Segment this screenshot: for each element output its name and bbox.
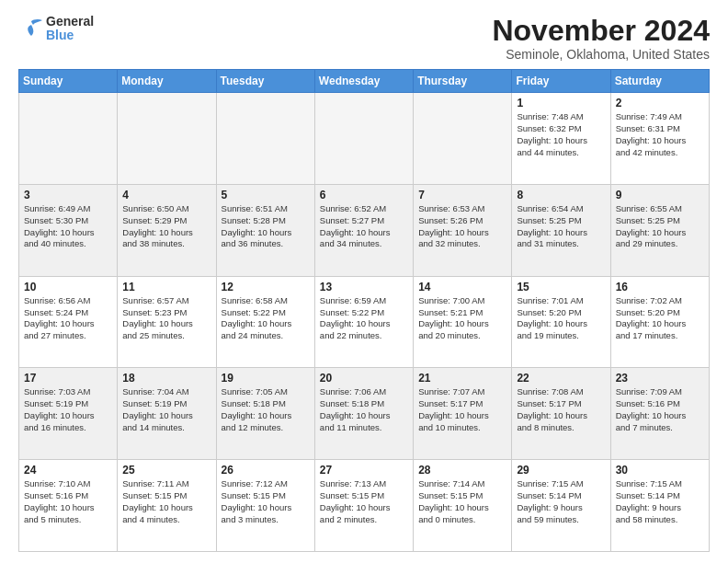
day-info: Sunrise: 7:04 AM Sunset: 5:19 PM Dayligh… [122,386,210,433]
header-friday: Friday [512,70,610,93]
day-info: Sunrise: 7:01 AM Sunset: 5:20 PM Dayligh… [517,295,605,342]
day-info: Sunrise: 7:13 AM Sunset: 5:15 PM Dayligh… [320,478,408,525]
day-number: 22 [517,372,605,385]
day-number: 15 [517,281,605,293]
day-number: 21 [418,372,506,385]
page: General Blue November 2024 Seminole, Okl… [0,0,728,563]
table-row: 10Sunrise: 6:56 AM Sunset: 5:24 PM Dayli… [19,276,118,368]
day-info: Sunrise: 7:15 AM Sunset: 5:14 PM Dayligh… [616,478,704,525]
logo-line2: Blue [46,28,74,42]
calendar-week-row: 24Sunrise: 7:10 AM Sunset: 5:16 PM Dayli… [19,460,710,552]
table-row: 3Sunrise: 6:49 AM Sunset: 5:30 PM Daylig… [19,184,118,276]
table-row: 23Sunrise: 7:09 AM Sunset: 5:16 PM Dayli… [610,368,709,460]
day-info: Sunrise: 7:08 AM Sunset: 5:17 PM Dayligh… [517,386,605,433]
table-row [19,93,118,185]
day-number: 27 [320,464,408,477]
table-row: 14Sunrise: 7:00 AM Sunset: 5:21 PM Dayli… [414,276,512,368]
table-row: 5Sunrise: 6:51 AM Sunset: 5:28 PM Daylig… [216,184,314,276]
header-tuesday: Tuesday [216,70,314,93]
day-info: Sunrise: 7:15 AM Sunset: 5:14 PM Dayligh… [517,478,605,525]
day-number: 1 [517,97,605,109]
calendar-week-row: 3Sunrise: 6:49 AM Sunset: 5:30 PM Daylig… [19,184,710,276]
day-number: 13 [320,281,408,293]
calendar-week-row: 10Sunrise: 6:56 AM Sunset: 5:24 PM Dayli… [19,276,710,368]
day-number: 3 [24,189,112,201]
day-info: Sunrise: 7:00 AM Sunset: 5:21 PM Dayligh… [418,295,506,342]
table-row: 8Sunrise: 6:54 AM Sunset: 5:25 PM Daylig… [512,184,610,276]
day-number: 9 [616,189,704,201]
day-number: 16 [616,281,704,293]
day-number: 26 [222,464,310,477]
calendar-week-row: 17Sunrise: 7:03 AM Sunset: 5:19 PM Dayli… [19,368,710,460]
day-info: Sunrise: 6:59 AM Sunset: 5:22 PM Dayligh… [320,295,408,342]
logo-icon [18,17,44,40]
day-number: 12 [222,281,310,293]
table-row: 19Sunrise: 7:05 AM Sunset: 5:18 PM Dayli… [216,368,314,460]
day-info: Sunrise: 6:54 AM Sunset: 5:25 PM Dayligh… [517,203,605,250]
calendar-header-row: Sunday Monday Tuesday Wednesday Thursday… [19,70,710,93]
title-block: November 2024 Seminole, Oklahoma, United… [492,15,710,62]
day-info: Sunrise: 7:12 AM Sunset: 5:15 PM Dayligh… [222,478,310,525]
day-number: 17 [24,372,112,385]
day-info: Sunrise: 6:50 AM Sunset: 5:29 PM Dayligh… [122,203,210,250]
day-info: Sunrise: 6:57 AM Sunset: 5:23 PM Dayligh… [122,295,210,342]
day-number: 29 [517,464,605,477]
table-row: 11Sunrise: 6:57 AM Sunset: 5:23 PM Dayli… [118,276,216,368]
header-sunday: Sunday [19,70,118,93]
day-info: Sunrise: 7:10 AM Sunset: 5:16 PM Dayligh… [24,478,112,525]
logo-text: General Blue [46,15,94,43]
header-thursday: Thursday [414,70,512,93]
day-number: 11 [122,281,210,293]
logo: General Blue [18,15,94,43]
table-row: 30Sunrise: 7:15 AM Sunset: 5:14 PM Dayli… [610,460,709,552]
day-number: 2 [616,97,704,109]
day-info: Sunrise: 6:56 AM Sunset: 5:24 PM Dayligh… [24,295,112,342]
table-row: 22Sunrise: 7:08 AM Sunset: 5:17 PM Dayli… [512,368,610,460]
table-row: 7Sunrise: 6:53 AM Sunset: 5:26 PM Daylig… [414,184,512,276]
table-row: 16Sunrise: 7:02 AM Sunset: 5:20 PM Dayli… [610,276,709,368]
table-row: 26Sunrise: 7:12 AM Sunset: 5:15 PM Dayli… [216,460,314,552]
day-info: Sunrise: 7:07 AM Sunset: 5:17 PM Dayligh… [418,386,506,433]
table-row [314,93,413,185]
calendar-week-row: 1Sunrise: 7:48 AM Sunset: 6:32 PM Daylig… [19,93,710,185]
header: General Blue November 2024 Seminole, Okl… [18,15,710,62]
table-row: 29Sunrise: 7:15 AM Sunset: 5:14 PM Dayli… [512,460,610,552]
day-info: Sunrise: 6:58 AM Sunset: 5:22 PM Dayligh… [222,295,310,342]
table-row [118,93,216,185]
day-info: Sunrise: 6:55 AM Sunset: 5:25 PM Dayligh… [616,203,704,250]
day-number: 25 [122,464,210,477]
table-row: 20Sunrise: 7:06 AM Sunset: 5:18 PM Dayli… [314,368,413,460]
day-info: Sunrise: 7:06 AM Sunset: 5:18 PM Dayligh… [320,386,408,433]
month-title: November 2024 [492,15,710,47]
table-row: 15Sunrise: 7:01 AM Sunset: 5:20 PM Dayli… [512,276,610,368]
day-number: 24 [24,464,112,477]
table-row: 21Sunrise: 7:07 AM Sunset: 5:17 PM Dayli… [414,368,512,460]
location: Seminole, Oklahoma, United States [492,47,710,62]
table-row: 27Sunrise: 7:13 AM Sunset: 5:15 PM Dayli… [314,460,413,552]
day-number: 5 [222,189,310,201]
header-wednesday: Wednesday [314,70,413,93]
day-number: 28 [418,464,506,477]
table-row: 4Sunrise: 6:50 AM Sunset: 5:29 PM Daylig… [118,184,216,276]
day-number: 7 [418,189,506,201]
day-number: 23 [616,372,704,385]
table-row: 25Sunrise: 7:11 AM Sunset: 5:15 PM Dayli… [118,460,216,552]
table-row: 9Sunrise: 6:55 AM Sunset: 5:25 PM Daylig… [610,184,709,276]
day-info: Sunrise: 7:09 AM Sunset: 5:16 PM Dayligh… [616,386,704,433]
table-row: 18Sunrise: 7:04 AM Sunset: 5:19 PM Dayli… [118,368,216,460]
day-info: Sunrise: 7:02 AM Sunset: 5:20 PM Dayligh… [616,295,704,342]
table-row: 17Sunrise: 7:03 AM Sunset: 5:19 PM Dayli… [19,368,118,460]
table-row [216,93,314,185]
logo-line1: General [46,15,94,29]
day-info: Sunrise: 7:03 AM Sunset: 5:19 PM Dayligh… [24,386,112,433]
header-saturday: Saturday [610,70,709,93]
table-row [414,93,512,185]
table-row: 6Sunrise: 6:52 AM Sunset: 5:27 PM Daylig… [314,184,413,276]
table-row: 12Sunrise: 6:58 AM Sunset: 5:22 PM Dayli… [216,276,314,368]
day-number: 30 [616,464,704,477]
day-info: Sunrise: 7:14 AM Sunset: 5:15 PM Dayligh… [418,478,506,525]
table-row: 24Sunrise: 7:10 AM Sunset: 5:16 PM Dayli… [19,460,118,552]
day-number: 19 [222,372,310,385]
day-info: Sunrise: 7:48 AM Sunset: 6:32 PM Dayligh… [517,111,605,158]
day-info: Sunrise: 6:51 AM Sunset: 5:28 PM Dayligh… [222,203,310,250]
